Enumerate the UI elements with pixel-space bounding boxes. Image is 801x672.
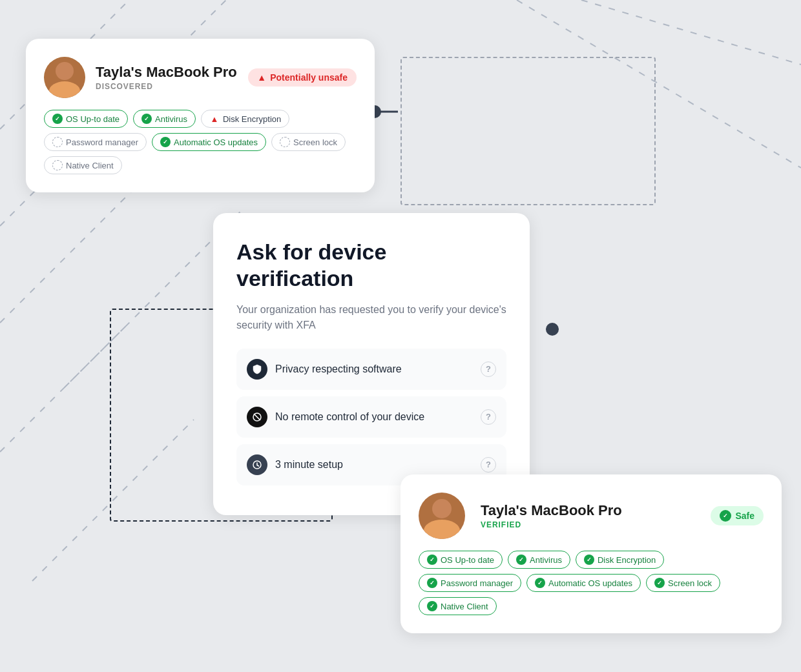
warn-icon: ▲ xyxy=(209,114,220,124)
check-icon: ✓ xyxy=(516,555,526,565)
device-status-bottom: VERIFIED xyxy=(481,520,700,529)
avatar-bottom xyxy=(419,493,465,539)
tag-native-client-bottom: ✓ Native Client xyxy=(419,597,497,615)
tag-screen-lock: Screen lock xyxy=(271,133,346,151)
tag-password: Password manager xyxy=(44,133,147,151)
tag-os: ✓ OS Up-to date xyxy=(44,110,128,128)
tag-native-client: Native Client xyxy=(44,156,122,174)
clock-icon xyxy=(247,454,267,475)
check-icon: ✓ xyxy=(584,555,594,565)
tag-auto-updates: ✓ Automatic OS updates xyxy=(152,133,266,151)
device-name-top: Tayla's MacBook Pro xyxy=(96,64,238,81)
help-icon-privacy[interactable]: ? xyxy=(481,361,496,377)
circle-icon xyxy=(280,137,290,147)
help-icon-remote[interactable]: ? xyxy=(481,409,496,425)
help-icon-setup[interactable]: ? xyxy=(481,457,496,473)
no-remote-icon xyxy=(247,407,267,427)
tags-area-top: ✓ OS Up-to date ✓ Antivirus ▲ Disk Encry… xyxy=(44,110,357,174)
safe-card: Tayla's MacBook Pro VERIFIED ✓ Safe ✓ OS… xyxy=(400,474,782,633)
shield-icon xyxy=(247,359,267,380)
svg-point-10 xyxy=(546,323,559,336)
dashed-box-top xyxy=(400,57,656,205)
svg-line-6 xyxy=(581,0,801,65)
svg-line-18 xyxy=(257,465,259,466)
verify-title: Ask for device verification xyxy=(236,239,506,292)
device-status-top: DISCOVERED xyxy=(96,82,238,91)
avatar xyxy=(44,57,85,98)
warn-icon: ▲ xyxy=(257,72,266,83)
feature-no-remote: No remote control of your device ? xyxy=(236,396,506,438)
verify-description: Your organization has requested you to v… xyxy=(236,302,506,333)
tag-antivirus-bottom: ✓ Antivirus xyxy=(508,551,570,569)
check-icon: ✓ xyxy=(160,137,171,147)
check-icon: ✓ xyxy=(427,555,437,565)
check-icon: ✓ xyxy=(52,114,63,124)
discovered-card: Tayla's MacBook Pro DISCOVERED ▲ Potenti… xyxy=(26,39,375,192)
check-icon: ✓ xyxy=(427,578,437,588)
tags-area-bottom: ✓ OS Up-to date ✓ Antivirus ✓ Disk Encry… xyxy=(419,551,764,615)
privacy-text: Privacy respecting software xyxy=(275,363,402,375)
tag-disk-encryption: ▲ Disk Encryption xyxy=(201,110,289,128)
circle-icon xyxy=(52,160,63,170)
setup-text: 3 minute setup xyxy=(275,459,343,471)
svg-line-15 xyxy=(254,414,260,420)
tag-screen-lock-bottom: ✓ Screen lock xyxy=(646,574,720,592)
verify-card: Ask for device verification Your organiz… xyxy=(213,213,530,515)
tag-disk-encryption-bottom: ✓ Disk Encryption xyxy=(576,551,664,569)
check-icon: ✓ xyxy=(720,510,731,522)
check-icon: ✓ xyxy=(654,578,665,588)
feature-privacy: Privacy respecting software ? xyxy=(236,349,506,390)
safe-badge: ✓ Safe xyxy=(711,506,764,525)
tag-password-bottom: ✓ Password manager xyxy=(419,574,521,592)
no-remote-text: No remote control of your device xyxy=(275,411,424,423)
tag-antivirus: ✓ Antivirus xyxy=(133,110,196,128)
circle-icon xyxy=(52,137,63,147)
check-icon: ✓ xyxy=(141,114,152,124)
check-icon: ✓ xyxy=(427,601,437,611)
tag-os-bottom: ✓ OS Up-to date xyxy=(419,551,503,569)
unsafe-badge: ▲ Potentially unsafe xyxy=(248,68,357,87)
check-icon: ✓ xyxy=(535,578,545,588)
device-name-bottom: Tayla's MacBook Pro xyxy=(481,502,700,519)
tag-auto-updates-bottom: ✓ Automatic OS updates xyxy=(526,574,641,592)
